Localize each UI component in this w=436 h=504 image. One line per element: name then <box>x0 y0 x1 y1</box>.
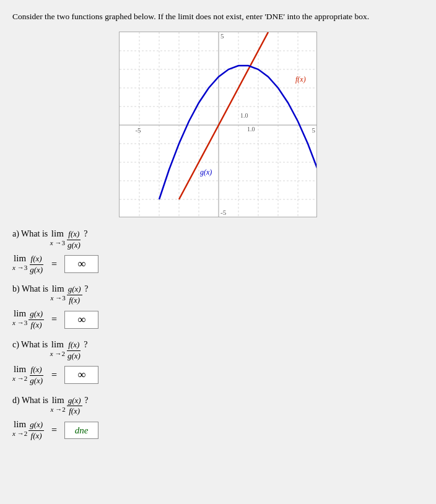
qc-lim-top: lim <box>51 339 64 350</box>
qd-lim-top: lim <box>52 395 64 406</box>
qd-ans-num: g(x) <box>28 420 44 431</box>
qd-frac: g(x) f(x) <box>67 396 82 417</box>
qd-lim-wrapper: lim x →2 g(x) f(x) <box>51 395 82 417</box>
qd-ans-den: f(x) <box>30 431 43 441</box>
qa-q: ? <box>84 229 87 238</box>
qb-ans-frac: g(x) f(x) <box>28 309 44 331</box>
qc-lim-sub: x →2 <box>50 350 65 357</box>
question-d-block: d) What is lim x →2 g(x) f(x) ? lim x →2… <box>12 395 424 442</box>
question-d-label: d) What is lim x →2 g(x) f(x) ? <box>12 395 424 417</box>
qc-ans-lim-top: lim <box>14 364 26 375</box>
qd-ans-frac: g(x) f(x) <box>28 420 44 441</box>
qd-equals: = <box>51 425 57 436</box>
qc-q: ? <box>84 340 87 349</box>
qa-den: g(x) <box>66 240 82 251</box>
question-c-answer-line: lim x →2 f(x) g(x) = ∞ <box>12 364 424 386</box>
qa-frac: f(x) g(x) <box>66 229 82 251</box>
graph-svg: -5 5 5 -5 1.0 1.0 f(x) g(x) <box>120 32 317 217</box>
qc-ans-den: g(x) <box>28 376 44 386</box>
qd-answer-box[interactable]: dne <box>64 422 98 439</box>
qa-ans-frac: f(x) g(x) <box>28 254 44 276</box>
qa-ans-lim-top: lim <box>14 253 26 264</box>
qa-answer-box[interactable]: ∞ <box>64 255 98 273</box>
qd-num: g(x) <box>67 396 82 407</box>
qa-ans-lim-wrapper: lim x →3 f(x) g(x) <box>12 253 44 276</box>
qc-lim-expr: lim x →2 <box>50 339 65 357</box>
qc-ans-lim-wrapper: lim x →2 f(x) g(x) <box>12 364 44 386</box>
qb-ans-lim-sub: x →3 <box>12 319 27 326</box>
qb-ans-den: f(x) <box>30 320 43 331</box>
qc-answer-value: ∞ <box>77 368 85 381</box>
qb-q: ? <box>84 284 88 293</box>
qb-equals: = <box>51 314 57 325</box>
qa-text: a) What is <box>12 229 50 238</box>
graph-container: -5 5 5 -5 1.0 1.0 f(x) g(x) <box>12 32 424 217</box>
qd-lim-expr: lim x →2 <box>51 395 66 413</box>
svg-text:1.0: 1.0 <box>240 112 248 119</box>
qb-ans-num: g(x) <box>28 309 44 320</box>
qc-text: c) What is <box>12 340 50 349</box>
qb-lim-wrapper: lim x →3 g(x) f(x) <box>51 284 82 306</box>
question-b-label: b) What is lim x →3 g(x) f(x) ? <box>12 284 424 306</box>
qd-q: ? <box>84 396 88 405</box>
qa-equals: = <box>51 259 57 270</box>
qa-answer-value: ∞ <box>77 258 85 271</box>
qa-lim-sub: x →3 <box>50 239 65 246</box>
qb-answer-value: ∞ <box>77 313 85 326</box>
qd-text: d) What is <box>12 396 51 405</box>
qa-lim-top: lim <box>51 228 64 239</box>
qb-frac: g(x) f(x) <box>67 284 82 306</box>
svg-text:5: 5 <box>220 32 224 40</box>
qd-lim-sub: x →2 <box>51 406 66 413</box>
qa-num: f(x) <box>67 229 81 240</box>
question-c-label: c) What is lim x →2 f(x) g(x) ? <box>12 339 424 362</box>
qd-ans-lim-wrapper: lim x →2 g(x) f(x) <box>12 419 44 441</box>
question-a-block: a) What is lim x →3 f(x) g(x) ? lim x →3… <box>12 228 424 276</box>
qb-ans-lim-top: lim <box>14 308 26 319</box>
qb-lim-sub: x →3 <box>51 294 66 302</box>
qa-lim-expr: lim x →3 <box>50 228 65 246</box>
qc-lim-wrapper: lim x →2 f(x) g(x) <box>50 339 82 362</box>
graph-box: -5 5 5 -5 1.0 1.0 f(x) g(x) <box>119 32 317 217</box>
qb-den: f(x) <box>68 295 81 306</box>
qb-ans-lim-expr: lim x →3 <box>12 308 27 326</box>
qa-ans-den: g(x) <box>28 265 44 276</box>
qc-frac: f(x) g(x) <box>66 340 82 362</box>
fx-curve <box>159 66 317 199</box>
question-a-label: a) What is lim x →3 f(x) g(x) ? <box>12 228 424 251</box>
question-b-block: b) What is lim x →3 g(x) f(x) ? lim x →3… <box>12 284 424 331</box>
qc-answer-box[interactable]: ∞ <box>64 366 98 384</box>
qb-answer-box[interactable]: ∞ <box>64 311 98 329</box>
qc-num: f(x) <box>67 340 81 351</box>
svg-text:-5: -5 <box>220 209 227 216</box>
qb-num: g(x) <box>67 284 82 295</box>
qa-ans-lim-sub: x →3 <box>12 264 27 271</box>
svg-text:5: 5 <box>312 126 316 134</box>
qd-den: f(x) <box>68 406 81 417</box>
qc-ans-frac: f(x) g(x) <box>28 365 44 386</box>
qa-ans-lim-expr: lim x →3 <box>12 253 27 271</box>
svg-text:1.0: 1.0 <box>247 126 255 133</box>
instructions-text: Consider the two functions graphed below… <box>12 11 424 23</box>
qc-ans-num: f(x) <box>30 365 43 376</box>
qb-text: b) What is <box>12 284 51 293</box>
svg-text:g(x): g(x) <box>200 168 212 176</box>
svg-text:f(x): f(x) <box>295 75 306 84</box>
qb-lim-top: lim <box>52 284 64 294</box>
qc-equals: = <box>51 370 57 381</box>
qc-ans-lim-expr: lim x →2 <box>12 364 27 382</box>
question-d-answer-line: lim x →2 g(x) f(x) = dne <box>12 419 424 441</box>
qc-ans-lim-sub: x →2 <box>12 375 27 382</box>
qb-ans-lim-wrapper: lim x →3 g(x) f(x) <box>12 308 44 331</box>
qd-ans-lim-top: lim <box>14 419 26 430</box>
qb-lim-expr: lim x →3 <box>51 284 66 302</box>
qa-ans-num: f(x) <box>30 254 43 265</box>
question-c-block: c) What is lim x →2 f(x) g(x) ? lim x →2… <box>12 339 424 386</box>
qd-ans-lim-sub: x →2 <box>12 430 27 437</box>
question-b-answer-line: lim x →3 g(x) f(x) = ∞ <box>12 308 424 331</box>
qd-ans-lim-expr: lim x →2 <box>12 419 27 437</box>
qd-answer-value: dne <box>75 425 89 436</box>
svg-text:-5: -5 <box>135 126 141 134</box>
qc-den: g(x) <box>66 351 82 362</box>
question-a-answer-line: lim x →3 f(x) g(x) = ∞ <box>12 253 424 276</box>
